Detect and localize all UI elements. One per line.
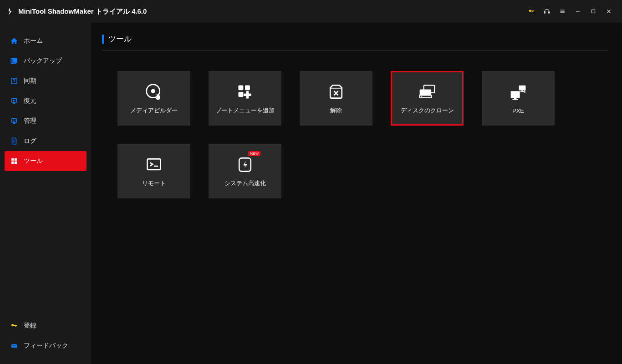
tool-media-builder[interactable]: メディアビルダー — [117, 71, 190, 126]
svg-rect-38 — [520, 91, 525, 92]
svg-rect-5 — [576, 11, 580, 11]
sidebar-item-feedback[interactable]: フィードバック — [5, 336, 87, 356]
svg-rect-30 — [244, 94, 251, 96]
sidebar-item-backup[interactable]: バックアップ — [5, 51, 87, 71]
svg-rect-28 — [238, 92, 243, 97]
media-builder-icon — [143, 82, 165, 102]
sidebar-item-label: ログ — [24, 137, 36, 145]
menu-icon[interactable] — [555, 4, 570, 19]
tool-label: PXE — [512, 107, 524, 114]
tool-label: システム高速化 — [224, 179, 266, 187]
sidebar-item-tools[interactable]: ツール — [5, 151, 87, 171]
mail-icon — [10, 342, 18, 350]
svg-rect-27 — [245, 85, 250, 90]
tool-add-boot-menu[interactable]: ブートメニューを追加 — [209, 71, 281, 126]
unmount-icon — [325, 82, 347, 102]
manage-icon — [10, 117, 18, 125]
sidebar-item-label: フィードバック — [24, 342, 68, 350]
minimize-button[interactable] — [570, 4, 586, 19]
svg-point-25 — [151, 89, 155, 93]
sync-icon — [10, 77, 18, 85]
home-icon — [10, 37, 18, 45]
sidebar-item-label: 管理 — [24, 117, 36, 125]
sidebar-item-label: バックアップ — [24, 57, 62, 65]
speedup-icon — [234, 155, 256, 175]
tool-label: リモート — [142, 179, 166, 187]
key-icon — [10, 322, 18, 330]
svg-rect-1 — [549, 12, 550, 13]
page-header: ツール — [102, 34, 608, 51]
tool-disk-clone[interactable]: ディスクのクローン — [391, 71, 464, 126]
backup-icon — [10, 57, 18, 65]
support-icon[interactable] — [539, 4, 555, 19]
app-logo-icon — [5, 7, 15, 16]
svg-rect-15 — [13, 123, 15, 124]
svg-rect-17 — [13, 141, 15, 141]
titlebar: MiniTool ShadowMaker トライアル 4.6.0 — [0, 0, 622, 23]
tools-icon — [10, 157, 18, 165]
pxe-icon — [507, 83, 529, 103]
tool-grid: メディアビルダー ブートメニューを追加 解除 ディスクのクローン — [102, 71, 608, 198]
svg-rect-12 — [12, 119, 17, 122]
svg-rect-4 — [560, 12, 564, 13]
tool-label: ディスクのクローン — [401, 106, 454, 115]
maximize-button[interactable] — [586, 4, 601, 19]
new-badge: NEW — [248, 151, 260, 156]
sidebar-item-label: ツール — [24, 157, 43, 165]
tool-label: ブートメニューを追加 — [215, 106, 275, 115]
sidebar-item-restore[interactable]: 復元 — [5, 91, 87, 111]
svg-rect-18 — [13, 142, 15, 142]
sidebar-item-manage[interactable]: 管理 — [5, 111, 87, 131]
svg-rect-11 — [13, 103, 15, 104]
svg-rect-0 — [544, 12, 545, 13]
svg-point-35 — [421, 96, 422, 97]
svg-rect-26 — [238, 85, 243, 90]
main-content: ツール メディアビルダー ブートメニューを追加 解除 — [91, 23, 622, 364]
svg-rect-40 — [514, 97, 516, 99]
sidebar: ホーム バックアップ 同期 復元 — [0, 23, 91, 364]
svg-rect-16 — [13, 140, 15, 140]
svg-rect-21 — [11, 162, 14, 164]
restore-icon — [10, 97, 18, 105]
close-button[interactable] — [601, 4, 617, 19]
svg-rect-14 — [13, 121, 15, 122]
tool-unmount[interactable]: 解除 — [300, 71, 372, 126]
svg-rect-6 — [592, 10, 595, 13]
svg-rect-41 — [512, 99, 518, 100]
svg-rect-2 — [560, 10, 564, 10]
page-title: ツール — [108, 34, 132, 44]
sidebar-item-label: 登録 — [24, 322, 36, 330]
svg-rect-22 — [15, 162, 17, 164]
app-title: MiniTool ShadowMaker トライアル 4.6.0 — [18, 7, 147, 16]
svg-rect-43 — [154, 166, 158, 167]
svg-rect-37 — [521, 90, 523, 91]
sidebar-item-label: 同期 — [24, 77, 36, 85]
tool-pxe[interactable]: PXE — [482, 71, 555, 126]
svg-rect-3 — [560, 11, 564, 11]
tool-system-speedup[interactable]: NEW システム高速化 — [209, 144, 281, 198]
license-key-icon[interactable] — [524, 4, 539, 19]
log-icon — [10, 137, 18, 145]
svg-rect-39 — [511, 91, 520, 98]
svg-rect-42 — [147, 159, 160, 170]
add-boot-menu-icon — [234, 82, 256, 102]
tool-label: メディアビルダー — [130, 106, 178, 115]
sidebar-item-log[interactable]: ログ — [5, 131, 87, 151]
svg-rect-8 — [12, 58, 17, 63]
sidebar-item-sync[interactable]: 同期 — [5, 71, 87, 91]
disk-clone-icon — [416, 82, 438, 102]
svg-rect-19 — [11, 158, 14, 161]
tool-remote[interactable]: リモート — [117, 144, 190, 198]
tool-label: 解除 — [330, 106, 342, 115]
remote-icon — [143, 155, 165, 175]
sidebar-item-label: ホーム — [24, 37, 43, 45]
header-accent-bar — [102, 35, 104, 44]
svg-rect-20 — [15, 158, 17, 161]
sidebar-item-label: 復元 — [24, 97, 36, 105]
svg-rect-13 — [13, 120, 15, 121]
svg-rect-23 — [11, 344, 17, 348]
sidebar-item-register[interactable]: 登録 — [5, 316, 87, 336]
sidebar-item-home[interactable]: ホーム — [5, 31, 87, 51]
